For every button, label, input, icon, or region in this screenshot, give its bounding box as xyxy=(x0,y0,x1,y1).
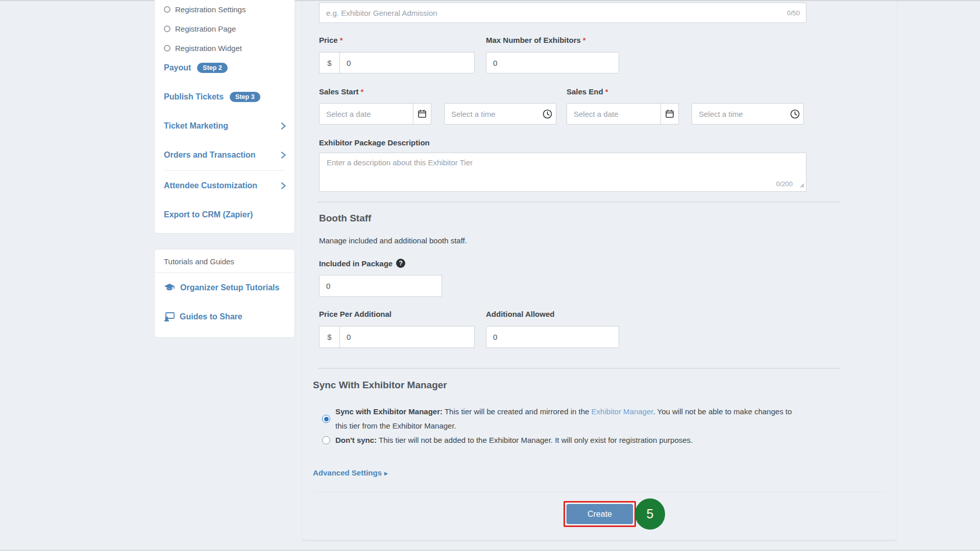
sales-end-time-field[interactable] xyxy=(692,103,804,124)
chevron-right-icon xyxy=(281,122,286,132)
triangle-right-icon: ▸ xyxy=(384,469,388,477)
help-icon[interactable]: ? xyxy=(396,259,405,268)
booth-staff-subtext: Manage included and additional booth sta… xyxy=(319,236,467,245)
tier-name-counter: 0/50 xyxy=(787,9,806,17)
included-in-package-label: Included in Package ? xyxy=(319,259,405,268)
sidebar-item-guides-to-share[interactable]: Guides to Share xyxy=(164,311,286,323)
max-exhibitors-label: Max Number of Exhibitors* xyxy=(486,36,586,44)
price-field[interactable]: $ xyxy=(319,52,475,73)
sidebar-item-label: Orders and Transaction xyxy=(164,151,256,160)
sidebar-item-orders-transaction[interactable]: Orders and Transaction xyxy=(164,148,287,162)
tutorials-card-header: Tutorials and Guides xyxy=(155,249,295,273)
included-in-package-input[interactable] xyxy=(320,276,442,296)
max-exhibitors-field[interactable] xyxy=(486,52,619,73)
sidebar-section-divider xyxy=(165,170,285,171)
price-per-additional-field[interactable]: $ xyxy=(319,326,475,348)
sidebar-item-label: Registration Settings xyxy=(175,5,246,14)
sidebar-item-label: Registration Widget xyxy=(175,44,242,53)
sidebar-item-registration-settings[interactable]: Registration Settings xyxy=(164,3,287,15)
tutorials-card: Tutorials and Guides Organizer Setup Tut… xyxy=(154,249,295,338)
sales-start-label: Sales Start* xyxy=(319,87,363,96)
sidebar-item-payout[interactable]: Payout Step 2 xyxy=(164,61,287,74)
sidebar-item-registration-widget[interactable]: Registration Widget xyxy=(164,42,287,54)
step-badge: Step 2 xyxy=(197,63,228,73)
description-label: Exhibitor Package Description xyxy=(319,138,430,147)
required-asterisk: * xyxy=(340,36,343,44)
circle-bullet-icon xyxy=(164,26,170,32)
sales-start-date-input[interactable] xyxy=(320,104,413,124)
sync-radio-selected[interactable] xyxy=(322,415,330,423)
additional-allowed-label: Additional Allowed xyxy=(486,310,554,318)
section-divider xyxy=(318,368,840,369)
circle-bullet-icon xyxy=(164,6,170,13)
currency-prefix: $ xyxy=(320,53,340,73)
clock-icon[interactable] xyxy=(787,104,803,124)
step-annotation-badge: 5 xyxy=(635,498,665,530)
included-in-package-field[interactable] xyxy=(319,275,442,297)
footer-divider xyxy=(313,492,886,492)
description-textarea[interactable] xyxy=(320,153,806,191)
resize-handle-icon[interactable] xyxy=(799,181,804,190)
step-badge: Step 3 xyxy=(230,92,260,103)
booth-staff-heading: Booth Staff xyxy=(319,213,371,224)
sidebar-item-label: Attendee Customization xyxy=(164,181,257,190)
sidebar-item-publish-tickets[interactable]: Publish Tickets Step 3 xyxy=(164,90,287,104)
sidebar-item-label: Guides to Share xyxy=(180,312,242,321)
sidebar-item-attendee-customization[interactable]: Attendee Customization xyxy=(164,179,287,192)
sales-end-label: Sales End* xyxy=(567,87,608,96)
exhibitor-tier-form-card xyxy=(302,0,897,540)
sidebar-item-organizer-setup-tutorials[interactable]: Organizer Setup Tutorials xyxy=(164,282,286,294)
description-counter: 0/200 xyxy=(776,180,793,188)
sidebar-item-label: Publish Tickets xyxy=(164,92,224,102)
additional-allowed-field[interactable] xyxy=(486,326,619,348)
sidebar-item-label: Organizer Setup Tutorials xyxy=(180,283,279,292)
price-label: Price* xyxy=(319,36,343,44)
clock-icon[interactable] xyxy=(539,104,556,124)
calendar-icon[interactable] xyxy=(413,104,431,124)
sync-option-row: Sync with Exhibitor Manager: This tier w… xyxy=(313,405,800,433)
required-asterisk: * xyxy=(583,36,586,44)
sidebar-item-ticket-marketing[interactable]: Ticket Marketing xyxy=(164,119,287,133)
max-exhibitors-input[interactable] xyxy=(486,53,619,73)
dont-sync-radio[interactable] xyxy=(322,436,330,444)
sidebar-item-label: Registration Page xyxy=(175,24,236,33)
price-per-additional-label: Price Per Additional xyxy=(319,310,391,318)
price-input[interactable] xyxy=(340,53,474,73)
section-divider xyxy=(318,202,840,203)
price-per-additional-input[interactable] xyxy=(340,327,474,347)
description-field[interactable]: 0/200 xyxy=(319,153,806,192)
sidebar-item-label: Payout xyxy=(164,63,191,72)
circle-bullet-icon xyxy=(164,45,170,52)
sync-option-text: Sync with Exhibitor Manager: This tier w… xyxy=(335,405,800,433)
dont-sync-option-text: Don't sync: This tier will not be added … xyxy=(335,433,693,447)
sales-end-time-input[interactable] xyxy=(692,104,787,124)
exhibitor-manager-link[interactable]: Exhibitor Manager xyxy=(592,407,653,416)
sync-heading: Sync With Exhibitor Manager xyxy=(313,380,447,391)
dont-sync-option-row: Don't sync: This tier will not be added … xyxy=(313,433,816,447)
calendar-icon[interactable] xyxy=(660,104,678,124)
sales-end-date-field[interactable] xyxy=(567,103,679,124)
required-asterisk: * xyxy=(605,87,608,96)
advanced-settings-link[interactable]: Advanced Settings▸ xyxy=(313,468,388,477)
sales-start-date-field[interactable] xyxy=(319,103,431,124)
chevron-right-icon xyxy=(281,182,286,191)
graduation-cap-icon xyxy=(164,283,175,292)
sidebar-item-export-crm[interactable]: Export to CRM (Zapier) xyxy=(164,208,287,221)
sidebar-item-label: Export to CRM (Zapier) xyxy=(164,210,253,219)
tier-name-field[interactable]: 0/50 xyxy=(319,3,806,23)
chevron-right-icon xyxy=(281,152,286,161)
sidebar-item-label: Ticket Marketing xyxy=(164,121,228,131)
required-asterisk: * xyxy=(361,87,364,96)
tier-name-input[interactable] xyxy=(320,3,787,22)
currency-prefix: $ xyxy=(320,327,340,347)
sales-end-date-input[interactable] xyxy=(567,104,660,124)
sidebar-nav-card: Registration Settings Registration Page … xyxy=(154,0,295,234)
sales-start-time-input[interactable] xyxy=(445,104,539,124)
sales-start-time-field[interactable] xyxy=(444,103,556,124)
sidebar-item-registration-page[interactable]: Registration Page xyxy=(164,22,287,35)
share-guides-icon xyxy=(164,312,175,321)
additional-allowed-input[interactable] xyxy=(486,327,619,347)
create-button[interactable]: Create xyxy=(567,504,633,524)
